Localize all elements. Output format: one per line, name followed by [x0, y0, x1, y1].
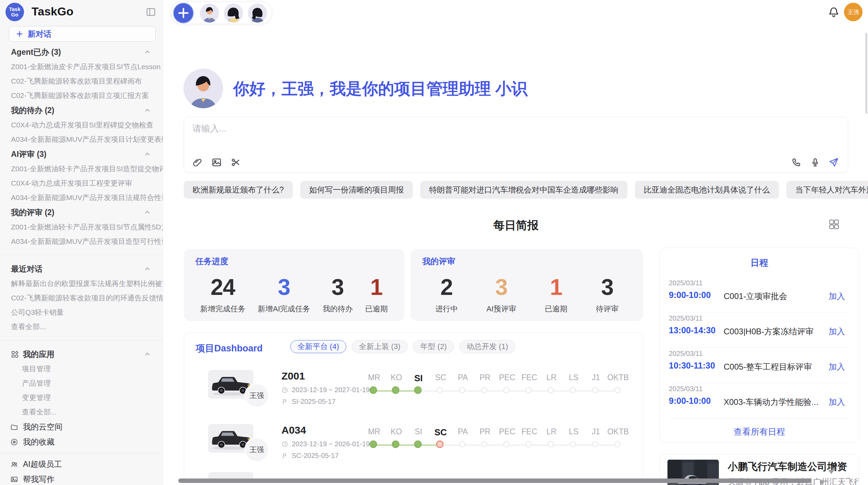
phone-icon[interactable]: [792, 157, 802, 167]
member-avatar[interactable]: [200, 3, 219, 23]
new-chat-button[interactable]: 新对话: [9, 26, 156, 42]
sidebar-item[interactable]: Z001-全新燃油轻卡产品开发项目SI节点属性5D文件评审: [0, 220, 163, 234]
sidebar-link-star[interactable]: 我的收藏: [0, 434, 163, 449]
dashboard-filter-chip[interactable]: 全新平台 (4): [290, 340, 346, 353]
sidebar-app-item[interactable]: 产品管理: [0, 376, 163, 390]
sidebar-item[interactable]: A034-全新新能源MUV产品开发项目法规符合性评审: [0, 190, 163, 205]
milestone-node: [570, 387, 576, 393]
sidebar-recent-item[interactable]: 解释最新出台的欧盟报废车法规再生塑料比例被调至15%...: [0, 276, 163, 291]
milestone-node: [436, 440, 444, 448]
schedule-time: 10:30-11:30: [669, 361, 715, 371]
horizontal-scrollbar[interactable]: [178, 478, 811, 483]
collapse-sidebar-icon[interactable]: [146, 7, 156, 17]
sidebar-section-title: 最近对话: [11, 264, 43, 274]
sidebar-section-header[interactable]: 我的应用: [0, 347, 163, 362]
sidebar-link-write[interactable]: 帮我写作: [0, 472, 163, 485]
milestone-label: PEC: [496, 373, 518, 384]
message-input[interactable]: [192, 122, 740, 146]
milestone-node: [370, 386, 377, 394]
dashboard-filter-chip[interactable]: 年型 (2): [413, 340, 454, 353]
sidebar-item[interactable]: C02-飞腾新能源轻客改款项目里程碑画布: [0, 74, 163, 88]
sidebar-item[interactable]: Z001-全新燃油皮卡产品开发项目SI节点Lesson Learn报告: [0, 60, 163, 74]
sidebar-item[interactable]: C0X4-动力总成开发项目工程变更评审: [0, 176, 163, 190]
scroll-right-arrow[interactable]: [820, 479, 824, 485]
project-flag-text: SI-2025-05-17: [292, 398, 336, 406]
team-icon: [10, 460, 18, 468]
sidebar-item[interactable]: C0X4-动力总成开发项目SI里程碑提交物检查: [0, 118, 163, 132]
sidebar-section-header[interactable]: AI评审 (3): [0, 147, 163, 162]
milestone-label: J1: [585, 427, 607, 438]
milestone-node: [614, 387, 620, 393]
chevron-up-icon[interactable]: [144, 107, 151, 114]
milestone-label: LS: [563, 427, 585, 438]
sidebar-header: Task Go TaskGo: [0, 0, 163, 23]
project-flag-text: SC-2025-05-17: [292, 452, 339, 460]
stat-label: AI预评审: [486, 304, 516, 314]
schedule-join-link[interactable]: 加入: [829, 397, 845, 408]
chevron-up-icon[interactable]: [144, 150, 151, 158]
clock-icon: [281, 387, 288, 394]
suggestion-chip[interactable]: 特朗普可能对进口汽车增税会对中国车企造成哪些影响: [420, 181, 627, 199]
sidebar-section-header[interactable]: 我的待办 (2): [0, 103, 163, 118]
scissors-icon[interactable]: [231, 157, 241, 167]
suggestion-chip[interactable]: 如何写一份清晰的项目周报: [300, 181, 413, 199]
briefing-card-title: 任务进度: [195, 256, 228, 267]
dashboard-filter-chip[interactable]: 全新上装 (3): [352, 340, 408, 353]
sidebar-app-item[interactable]: 变更管理: [0, 390, 163, 405]
sidebar-section-title: Agent已办 (3): [11, 47, 61, 58]
send-icon[interactable]: [829, 157, 839, 167]
schedule-join-link[interactable]: 加入: [829, 326, 845, 337]
mic-icon[interactable]: [810, 157, 820, 167]
milestone-node: [503, 441, 509, 447]
milestone-node: [503, 387, 509, 393]
sidebar: Task Go TaskGo 新对话 Agent已办 (3)Z001-全新燃油皮…: [0, 0, 163, 485]
vertical-scrollbar[interactable]: [865, 33, 867, 114]
paperclip-icon[interactable]: [192, 157, 203, 167]
milestone-label: SI: [407, 427, 430, 438]
sidebar-app-item[interactable]: 项目管理: [0, 362, 163, 376]
milestone-label: FEC: [518, 427, 541, 438]
scroll-down-arrow[interactable]: [828, 470, 834, 474]
milestone-label: OKTB: [607, 427, 629, 438]
image-icon[interactable]: [212, 157, 222, 167]
suggestion-chip[interactable]: 比亚迪全固态电池计划具体说了什么: [635, 181, 779, 199]
chevron-up-icon[interactable]: [144, 48, 151, 56]
sidebar-section-header[interactable]: Agent已办 (3): [0, 45, 163, 60]
sidebar-item[interactable]: Z001-全新燃油轻卡产品开发项目SI造型提交物评审: [0, 162, 163, 176]
chevron-up-icon[interactable]: [144, 209, 151, 216]
stat-label: 进行中: [435, 304, 458, 314]
schedule-event-title: C005-整车工程目标评审: [724, 361, 812, 372]
suggestion-chip[interactable]: 欧洲新规最近颁布了什么?: [184, 181, 293, 199]
sidebar-item[interactable]: A034-全新新能源MUV产品开发项目造型可行性评审: [0, 234, 163, 249]
chevron-up-icon[interactable]: [144, 350, 151, 358]
member-avatar[interactable]: [224, 3, 243, 23]
milestone-label: LS: [563, 373, 585, 384]
schedule-item: 2025/03/119:00-10:00C001-立项审批会加入: [669, 277, 850, 312]
sidebar-item[interactable]: A034-全新新能源MUV产品开发项目计划变更表编写: [0, 132, 163, 147]
suggestion-chip[interactable]: 当下年轻人对汽车外观有怎样的喜好趋势: [786, 181, 868, 199]
app-logo: Task Go: [5, 3, 24, 21]
sidebar-view-all-link[interactable]: 查看全部...: [0, 320, 163, 334]
notification-bell-icon[interactable]: [828, 6, 840, 18]
chevron-up-icon[interactable]: [144, 265, 151, 273]
sidebar-section-header[interactable]: 最近对话: [0, 261, 163, 276]
sidebar-item[interactable]: C02-飞腾新能源轻客改款项目立项汇报方案: [0, 88, 163, 103]
sidebar-link-folder[interactable]: 我的云空间: [0, 419, 163, 434]
briefing-layout-icon[interactable]: [828, 219, 840, 230]
schedule-join-link[interactable]: 加入: [829, 361, 845, 372]
sidebar-recent-item[interactable]: C02-飞腾新能源轻客改款项目的闭环通告反馈情况: [0, 291, 163, 305]
sidebar-section-header[interactable]: 我的评审 (2): [0, 205, 163, 220]
sidebar-recent-item[interactable]: 公司Q3轻卡销量: [0, 305, 163, 320]
schedule-join-link[interactable]: 加入: [829, 291, 845, 302]
schedule-view-all-link[interactable]: 查看所有日程: [660, 426, 859, 437]
sidebar-link-team[interactable]: AI超级员工: [0, 457, 163, 472]
dashboard-filter-chip[interactable]: 动总开发 (1): [459, 340, 515, 353]
add-member-button[interactable]: [173, 3, 194, 23]
milestone-label: OKTB: [607, 373, 629, 384]
user-avatar[interactable]: 王强: [844, 3, 863, 21]
sidebar-section-title: AI评审 (3): [11, 149, 47, 160]
sidebar-view-all-link[interactable]: 查看全部...: [0, 405, 163, 419]
member-avatar[interactable]: [248, 3, 267, 23]
stat-item: 1已逾期: [365, 276, 388, 314]
star-icon: [10, 438, 18, 446]
